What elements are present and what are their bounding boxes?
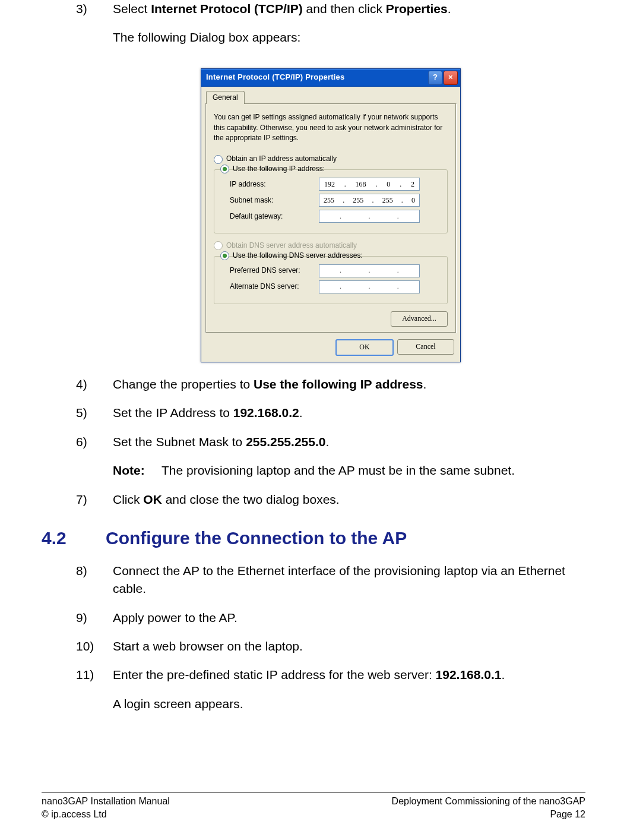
dialog-body: You can get IP settings assigned automat…: [205, 103, 457, 333]
section-heading: 4.2Configure the Connection to the AP: [42, 525, 585, 551]
ip-input[interactable]: ...: [319, 264, 420, 277]
radio-icon: [214, 155, 223, 164]
step-number: 3): [76, 0, 113, 58]
close-button[interactable]: ×: [444, 71, 458, 85]
section-title: Configure the Connection to the AP: [106, 528, 407, 548]
footer-copyright: © ip.access Ltd: [42, 809, 107, 820]
step-subtext: The following Dialog box appears:: [113, 29, 585, 46]
step-number: 10): [76, 637, 113, 655]
dialog-intro-text: You can get IP settings assigned automat…: [214, 112, 448, 143]
preferred-dns-field: Preferred DNS server:...: [230, 264, 441, 277]
step-item: 6)Set the Subnet Mask to 255.255.255.0.N…: [76, 433, 585, 480]
footer-doc-title: nano3GAP Installation Manual: [42, 796, 170, 807]
step-text: Change the properties to Use the followi…: [113, 375, 585, 393]
footer-doc-section: Deployment Commissioning of the nano3GAP: [392, 796, 585, 807]
step-number: 6): [76, 433, 113, 480]
step-number: 11): [76, 666, 113, 724]
step-subtext: A login screen appears.: [113, 695, 585, 713]
radio-obtain-dns-auto: Obtain DNS server address automatically: [214, 241, 448, 251]
ip-input[interactable]: 192.168.0.2: [319, 178, 420, 191]
step-text: Enter the pre-defined static IP address …: [113, 666, 585, 684]
step-item: 10)Start a web browser on the laptop.: [76, 637, 585, 655]
radio-obtain-ip-auto[interactable]: Obtain an IP address automatically: [214, 154, 448, 164]
page-footer: nano3GAP Installation Manual Deployment …: [42, 792, 585, 820]
radio-icon: [214, 241, 223, 250]
step-text: Select Internet Protocol (TCP/IP) and th…: [113, 0, 585, 18]
step-text: Set the IP Address to 192.168.0.2.: [113, 404, 585, 422]
step-item: 3)Select Internet Protocol (TCP/IP) and …: [76, 0, 585, 58]
cancel-button[interactable]: Cancel: [397, 339, 454, 355]
default-gateway-field: Default gateway:...: [230, 210, 441, 223]
step-item: 8)Connect the AP to the Ethernet interfa…: [76, 562, 585, 598]
subnet-mask-field: Subnet mask:255.255.255.0: [230, 194, 441, 207]
radio-icon: [220, 251, 229, 260]
ip-input[interactable]: ...: [319, 280, 420, 293]
step-number: 8): [76, 562, 113, 598]
step-text: Click OK and close the two dialog boxes.: [113, 491, 585, 509]
footer-page-number: Page 12: [550, 809, 585, 820]
tab-general[interactable]: General: [206, 91, 245, 104]
step-note: Note:The provisioning laptop and the AP …: [113, 462, 585, 479]
dialog-titlebar: Internet Protocol (TCP/IP) Properties?×: [201, 69, 460, 87]
tcpip-dialog: Internet Protocol (TCP/IP) Properties?×G…: [201, 68, 461, 362]
ip-address-field: IP address:192.168.0.2: [230, 178, 441, 191]
step-item: 7)Click OK and close the two dialog boxe…: [76, 491, 585, 509]
alternate-dns-field: Alternate DNS server:...: [230, 280, 441, 293]
dialog-title: Internet Protocol (TCP/IP) Properties: [206, 72, 344, 83]
step-item: 5)Set the IP Address to 192.168.0.2.: [76, 404, 585, 422]
step-number: 9): [76, 609, 113, 627]
step-number: 4): [76, 375, 113, 393]
step-text: Start a web browser on the laptop.: [113, 637, 585, 655]
note-label: Note:: [113, 462, 162, 479]
step-item: 4)Change the properties to Use the follo…: [76, 375, 585, 393]
radio-use-ip[interactable]: Use the following IP address:: [220, 164, 441, 174]
ok-button[interactable]: OK: [335, 339, 394, 356]
radio-use-dns[interactable]: Use the following DNS server addresses:: [220, 251, 441, 261]
step-item: 9)Apply power to the AP.: [76, 609, 585, 627]
step-number: 7): [76, 491, 113, 509]
tcpip-dialog-figure: Internet Protocol (TCP/IP) Properties?×G…: [76, 68, 585, 362]
step-text: Apply power to the AP.: [113, 609, 585, 627]
step-text: Connect the AP to the Ethernet interface…: [113, 562, 585, 598]
advanced-button[interactable]: Advanced...: [391, 311, 448, 327]
step-number: 5): [76, 404, 113, 422]
section-number: 4.2: [42, 525, 106, 551]
ip-input[interactable]: ...: [319, 210, 420, 223]
radio-icon: [220, 165, 229, 173]
help-button[interactable]: ?: [428, 71, 442, 85]
ip-input[interactable]: 255.255.255.0: [319, 194, 420, 207]
step-item: 11)Enter the pre-defined static IP addre…: [76, 666, 585, 724]
step-text: Set the Subnet Mask to 255.255.255.0.: [113, 433, 585, 451]
